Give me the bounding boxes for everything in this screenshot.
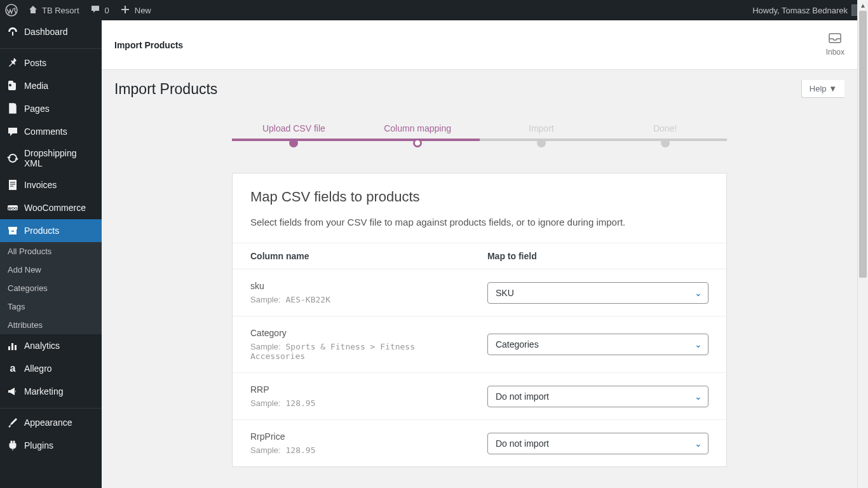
- site-link[interactable]: TB Resort: [28, 4, 79, 17]
- step-dot-icon: [537, 139, 546, 147]
- submenu-item-attributes[interactable]: Attributes: [0, 316, 102, 334]
- admin-sidebar: DashboardPostsMediaPagesCommentsDropship…: [0, 20, 102, 488]
- sidebar-item-dropshipping-xml[interactable]: Dropshipping XML: [0, 143, 102, 173]
- step-label: Done!: [603, 123, 727, 133]
- sidebar-item-invoices[interactable]: Invoices: [0, 173, 102, 196]
- sidebar-item-label: Analytics: [24, 341, 60, 351]
- comments-count: 0: [105, 6, 109, 15]
- comment-icon: [90, 4, 101, 17]
- column-sample: Sample: 128.95: [250, 445, 452, 455]
- mapping-card: Map CSV fields to products Select fields…: [232, 173, 727, 467]
- table-row: skuSample: AES-KB22KSKU⌄: [233, 269, 726, 316]
- user-greeting[interactable]: Howdy, Tomasz Bednarek: [752, 4, 863, 16]
- sidebar-item-label: Allegro: [24, 363, 52, 374]
- sidebar-item-label: WooCommerce: [24, 203, 86, 213]
- step-done-: Done!: [603, 123, 727, 147]
- sidebar-item-media[interactable]: Media: [0, 74, 102, 97]
- sidebar-item-dashboard[interactable]: Dashboard: [0, 20, 102, 43]
- column-name: RRP: [250, 384, 452, 395]
- new-label: New: [135, 6, 151, 15]
- sidebar-item-pages[interactable]: Pages: [0, 97, 102, 120]
- svg-rect-2: [9, 180, 17, 190]
- sidebar-item-label: Dashboard: [24, 27, 68, 37]
- svg-text:WOO: WOO: [8, 207, 18, 210]
- inbox-label: Inbox: [826, 48, 844, 57]
- wp-logo[interactable]: [5, 4, 18, 17]
- step-import: Import: [480, 123, 604, 147]
- top-header: Import Products Inbox: [102, 20, 857, 70]
- main-content: Import Products Inbox Import Products He…: [102, 20, 857, 488]
- scrollbar-up-icon[interactable]: ▲: [858, 0, 868, 11]
- map-field-select[interactable]: Do not import: [487, 386, 709, 407]
- scrollbar[interactable]: ▲: [857, 0, 868, 488]
- step-dot-icon: [289, 139, 298, 147]
- sidebar-item-allegro[interactable]: aAllegro: [0, 357, 102, 380]
- th-column-name: Column name: [233, 243, 470, 269]
- sidebar-item-label: Plugins: [24, 440, 53, 451]
- svg-rect-7: [11, 231, 14, 232]
- archive-icon: [6, 224, 19, 237]
- map-field-select[interactable]: Categories: [487, 334, 709, 355]
- new-link[interactable]: New: [119, 4, 151, 17]
- sidebar-item-comments[interactable]: Comments: [0, 120, 102, 143]
- help-tab[interactable]: Help ▼: [801, 80, 844, 98]
- plus-icon: [119, 4, 131, 17]
- column-name: Category: [250, 328, 452, 338]
- column-name: sku: [250, 281, 452, 291]
- step-upload-csv-file: Upload CSV file: [232, 123, 356, 147]
- card-description: Select fields from your CSV file to map …: [250, 217, 709, 227]
- sidebar-item-plugins[interactable]: Plugins: [0, 434, 102, 457]
- sidebar-item-label: Pages: [24, 104, 50, 114]
- sidebar-item-analytics[interactable]: Analytics: [0, 334, 102, 357]
- greeting-text: Howdy, Tomasz Bednarek: [752, 6, 848, 15]
- card-title: Map CSV fields to products: [250, 189, 709, 205]
- column-name: RrpPrice: [250, 431, 452, 442]
- sidebar-item-label: Appearance: [24, 417, 72, 428]
- submenu-item-categories[interactable]: Categories: [0, 279, 102, 297]
- sidebar-item-products[interactable]: Products: [0, 219, 102, 242]
- step-label: Import: [480, 123, 604, 133]
- invoice-icon: [6, 179, 19, 191]
- inbox-icon: [826, 33, 844, 46]
- step-label: Upload CSV file: [232, 123, 356, 133]
- sidebar-item-posts[interactable]: Posts: [0, 51, 102, 74]
- submenu-item-all-products[interactable]: All Products: [0, 242, 102, 261]
- sidebar-item-label: Posts: [24, 58, 46, 68]
- admin-bar: TB Resort 0 New Howdy, Tomasz Bednarek: [0, 0, 868, 20]
- sidebar-item-appearance[interactable]: Appearance: [0, 411, 102, 434]
- map-field-select[interactable]: Do not import: [487, 433, 709, 454]
- breadcrumb: Import Products: [114, 40, 183, 50]
- submenu-item-tags[interactable]: Tags: [0, 297, 102, 316]
- scrollbar-thumb[interactable]: [859, 11, 867, 278]
- sidebar-item-marketing[interactable]: Marketing: [0, 380, 102, 403]
- inbox-button[interactable]: Inbox: [826, 33, 844, 57]
- comments-link[interactable]: 0: [90, 4, 109, 17]
- submenu-item-add-new[interactable]: Add New: [0, 261, 102, 279]
- column-sample: Sample: AES-KB22K: [250, 295, 452, 304]
- map-field-select[interactable]: SKU: [487, 282, 709, 304]
- svg-text:a: a: [10, 363, 16, 374]
- svg-rect-1: [10, 104, 16, 113]
- megaphone-icon: [6, 385, 19, 398]
- woo-icon: WOO: [6, 201, 19, 214]
- step-label: Column mapping: [356, 123, 480, 133]
- table-row: RrpPriceSample: 128.95Do not import⌄: [233, 420, 726, 467]
- page-icon: [6, 102, 19, 115]
- site-name: TB Resort: [42, 6, 79, 15]
- sidebar-item-label: Comments: [24, 126, 67, 137]
- svg-rect-5: [8, 227, 17, 229]
- pin-icon: [6, 57, 19, 69]
- plugin-icon: [6, 439, 19, 452]
- brush-icon: [6, 416, 19, 429]
- sidebar-item-woocommerce[interactable]: WOOWooCommerce: [0, 196, 102, 219]
- wizard-progress: Upload CSV fileColumn mappingImportDone!: [232, 123, 727, 147]
- th-map-field: Map to field: [470, 243, 726, 269]
- table-row: CategorySample: Sports & Fitness > Fitne…: [233, 316, 726, 373]
- column-sample: Sample: 128.95: [250, 398, 452, 408]
- home-icon: [28, 4, 38, 17]
- sidebar-item-label: Products: [24, 226, 59, 236]
- chart-icon: [6, 339, 19, 352]
- sidebar-item-label: Invoices: [24, 180, 57, 190]
- step-dot-icon: [661, 139, 670, 147]
- sidebar-item-label: Media: [24, 81, 48, 91]
